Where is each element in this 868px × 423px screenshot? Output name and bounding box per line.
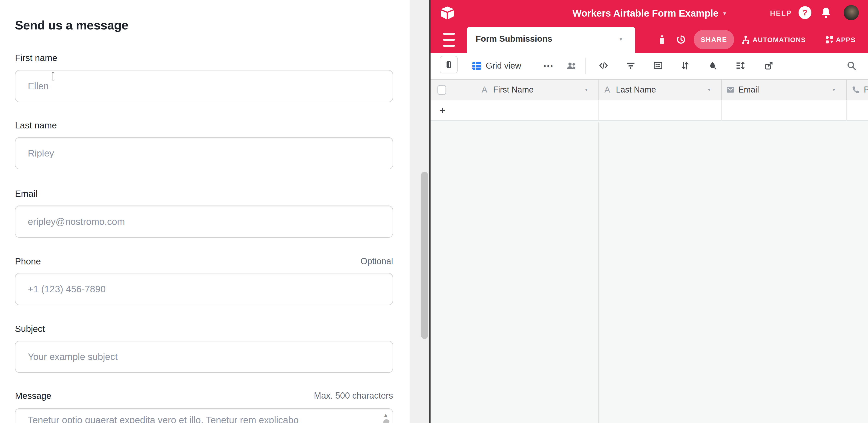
phone-value: +1 (123) 456-7890 xyxy=(28,284,106,295)
select-all-checkbox[interactable] xyxy=(437,85,446,95)
textarea-scroll-thumb[interactable] xyxy=(383,419,390,423)
text-field-icon: A xyxy=(604,80,610,100)
row-cell-separator xyxy=(598,100,599,121)
form-title: Send us a message xyxy=(15,18,128,32)
row-cell-separator xyxy=(721,100,722,121)
text-cursor-icon xyxy=(51,71,55,81)
phone-field-icon xyxy=(851,85,861,94)
grid-empty-canvas xyxy=(431,122,868,423)
tab-form-submissions[interactable]: Form Submissions ▾ xyxy=(467,27,635,53)
history-icon[interactable] xyxy=(676,34,686,45)
toolbar-divider xyxy=(585,58,586,74)
hide-fields-icon[interactable] xyxy=(598,60,609,71)
trash-icon[interactable] xyxy=(657,34,667,45)
last-name-input[interactable]: Ripley xyxy=(15,137,393,170)
column-caret-icon[interactable]: ▾ xyxy=(708,80,710,100)
airtable-header-bar: Workers Airtable Form Example ▾ HELP ? xyxy=(431,0,868,27)
textarea-scroll-up-icon[interactable]: ▲ xyxy=(383,412,389,418)
column-separator[interactable] xyxy=(721,80,722,100)
column-header-phone[interactable]: Phone xyxy=(864,80,868,100)
contact-form-pane: Send us a message First name Ellen Last … xyxy=(0,0,410,423)
phone-optional-hint: Optional xyxy=(15,256,393,266)
notifications-bell-icon[interactable] xyxy=(820,6,832,19)
first-name-value: Ellen xyxy=(28,81,49,92)
subject-label: Subject xyxy=(15,324,45,334)
message-text: Tenetur optio quaerat expedita vero et i… xyxy=(28,415,299,423)
user-avatar[interactable] xyxy=(844,5,859,20)
group-icon[interactable] xyxy=(652,60,663,71)
airtable-pane: Workers Airtable Form Example ▾ HELP ? F… xyxy=(431,0,868,423)
column-caret-icon[interactable]: ▾ xyxy=(833,80,835,100)
base-title[interactable]: Workers Airtable Form Example xyxy=(572,8,718,19)
add-record-row[interactable]: + xyxy=(431,100,868,121)
view-options-ellipsis-icon[interactable]: ••• xyxy=(544,62,554,70)
search-icon[interactable] xyxy=(846,60,857,71)
email-label: Email xyxy=(15,189,37,199)
help-question-icon[interactable]: ? xyxy=(799,6,811,19)
row-height-icon[interactable] xyxy=(735,60,746,71)
row-cell-separator xyxy=(846,100,847,121)
color-fill-icon[interactable] xyxy=(707,60,718,71)
automations-button[interactable]: AUTOMATIONS xyxy=(752,36,806,44)
apps-button[interactable]: APPS xyxy=(836,36,856,44)
view-switcher-bar: Form Submissions ▾ SHARE AUTOMATIO xyxy=(431,27,868,53)
email-value: eripley@nostromo.com xyxy=(28,216,125,227)
grid-header-row: A First Name ▾ A Last Name ▾ Email ▾ Pho… xyxy=(431,79,868,100)
grid-view-icon[interactable] xyxy=(471,61,482,71)
primary-column-separator xyxy=(598,122,599,423)
filter-icon[interactable] xyxy=(625,60,636,71)
view-name-label[interactable]: Grid view xyxy=(486,61,521,71)
first-name-label: First name xyxy=(15,53,57,63)
share-view-icon[interactable] xyxy=(763,60,774,71)
email-field[interactable]: eripley@nostromo.com xyxy=(15,206,393,238)
column-header-last-name[interactable]: Last Name xyxy=(616,80,656,100)
column-separator[interactable] xyxy=(598,80,599,100)
left-page-scrollbar-thumb[interactable] xyxy=(421,172,428,339)
sort-icon[interactable] xyxy=(680,60,691,71)
column-header-first-name[interactable]: First Name xyxy=(493,80,534,100)
column-header-email[interactable]: Email xyxy=(738,80,759,100)
subject-field[interactable]: Your example subject xyxy=(15,341,393,373)
message-textarea[interactable]: Tenetur optio quaerat expedita vero et i… xyxy=(15,408,393,423)
panel-icon xyxy=(444,60,453,70)
text-field-icon: A xyxy=(482,80,487,100)
message-maxchars-hint: Max. 500 characters xyxy=(15,391,393,401)
automations-icon[interactable] xyxy=(741,34,751,45)
sidebar-menu-icon[interactable] xyxy=(443,33,455,47)
apps-icon[interactable] xyxy=(824,34,834,45)
screen: Send us a message First name Ellen Last … xyxy=(0,0,868,423)
phone-field[interactable]: +1 (123) 456-7890 xyxy=(15,273,393,305)
collaborators-icon[interactable] xyxy=(565,61,577,71)
base-title-caret-icon[interactable]: ▾ xyxy=(723,10,726,17)
column-separator[interactable] xyxy=(846,80,847,100)
last-name-value: Ripley xyxy=(28,148,54,159)
column-caret-icon[interactable]: ▾ xyxy=(585,80,588,100)
first-name-input[interactable]: Ellen xyxy=(15,70,393,102)
tab-caret-icon: ▾ xyxy=(619,35,622,42)
grid-toolbar: Grid view ••• xyxy=(431,53,868,79)
last-name-label: Last name xyxy=(15,120,57,130)
add-record-plus-icon[interactable]: + xyxy=(439,100,445,120)
help-button[interactable]: HELP xyxy=(770,9,792,18)
view-sidebar-toggle-button[interactable] xyxy=(440,56,458,73)
subject-value: Your example subject xyxy=(28,352,118,362)
email-field-icon xyxy=(726,85,735,94)
share-button[interactable]: SHARE xyxy=(694,30,734,49)
